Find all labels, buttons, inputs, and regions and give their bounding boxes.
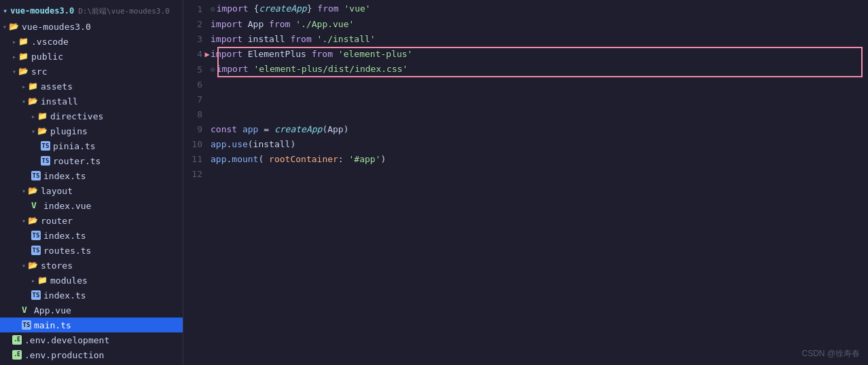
line-number: 6	[183, 77, 211, 92]
code-line-5: 5⊙import 'element-plus/dist/index.css'	[183, 62, 868, 77]
code-line-12: 12	[183, 167, 868, 182]
tree-item-assets[interactable]: ▸📁assets	[0, 79, 183, 94]
code-line-1: 1⊙import {createApp} from 'vue'	[183, 1, 868, 17]
line-content: import ElementPlus from 'element-plus'	[211, 47, 868, 62]
file-label: routes.ts	[43, 246, 91, 256]
tree-item-install-index-ts[interactable]: TSindex.ts	[0, 168, 183, 183]
tree-item-main-ts[interactable]: TSmain.ts	[0, 318, 183, 332]
folder-icon: 📂	[28, 96, 38, 106]
vue-file-icon: V	[31, 201, 41, 210]
tree-item-modules[interactable]: ▸📁modules	[0, 273, 183, 288]
tree-item-layout-index-vue[interactable]: Vindex.vue	[0, 198, 183, 213]
breakpoint-arrow: ▶	[202, 48, 212, 60]
chevron-icon: ▾	[31, 128, 35, 135]
tree-item-plugins[interactable]: ▾📂plugins	[0, 123, 183, 138]
line-content: app.use(install)	[211, 137, 868, 152]
chevron-icon: ▸	[12, 38, 16, 45]
file-label: .env.production	[24, 350, 104, 360]
file-label: index.ts	[43, 290, 86, 301]
code-line-10: 10app.use(install)	[183, 137, 868, 152]
tree-item-directives[interactable]: ▸📁directives	[0, 109, 183, 123]
file-explorer: ▾ vue-moudes3.0 D:\前端\vue-moudes3.0 ▾📂vu…	[0, 0, 183, 365]
chevron-icon: ▾	[3, 23, 7, 31]
file-label: install	[41, 96, 78, 107]
tree-item-vscode[interactable]: ▸📁.vscode	[0, 34, 183, 49]
tree-item-stores-index-ts[interactable]: TSindex.ts	[0, 288, 183, 303]
tree-item-router-index-ts[interactable]: TSindex.ts	[0, 228, 183, 243]
tree-item-env-dev[interactable]: .E.env.development	[0, 332, 183, 347]
folder-icon: 📁	[18, 52, 29, 61]
code-editor: 1⊙import {createApp} from 'vue'2import A…	[183, 0, 868, 365]
file-label: stores	[41, 261, 73, 271]
line-number: 1	[183, 2, 211, 17]
line-number: 8	[183, 107, 211, 122]
folder-icon: 📁	[18, 37, 29, 46]
line-number: 9	[183, 122, 211, 137]
env-file-icon: .E	[12, 335, 22, 345]
ts-file-icon: TS	[31, 231, 41, 240]
chevron-icon: ▾	[22, 217, 26, 225]
tree-item-layout[interactable]: ▾📂layout	[0, 183, 183, 198]
folder-icon: 📂	[37, 126, 48, 136]
collapse-icon[interactable]: ▾	[3, 6, 7, 16]
chevron-icon: ▸	[12, 53, 16, 60]
tree-item-proj-root[interactable]: ▾📂vue-moudes3.0	[0, 19, 183, 34]
folder-icon: 📂	[28, 186, 38, 195]
tree-item-install[interactable]: ▾📂install	[0, 94, 183, 109]
chevron-icon: ▾	[22, 98, 26, 105]
file-label: router.ts	[53, 156, 101, 166]
folder-icon: 📁	[37, 111, 48, 121]
tree-item-src[interactable]: ▾📂src	[0, 64, 183, 79]
line-content: import App from './App.vue'	[211, 17, 868, 32]
tree-item-router-ts[interactable]: TSrouter.ts	[0, 153, 183, 168]
chevron-icon: ▸	[31, 113, 35, 120]
code-line-3: 3import install from './install'	[183, 32, 868, 47]
file-tree: ▾📂vue-moudes3.0▸📁.vscode▸📁public▾📂src▸📁a…	[0, 19, 183, 365]
code-line-11: 11app.mount( rootContainer: '#app')	[183, 152, 868, 167]
ts-file-icon: TS	[41, 141, 50, 151]
code-line-4: 4▶import ElementPlus from 'element-plus'	[183, 47, 868, 62]
chevron-icon: ▾	[22, 262, 26, 269]
file-label: plugins	[50, 126, 88, 136]
tree-item-index-html[interactable]: HTMindex.html	[0, 362, 183, 365]
code-line-2: 2import App from './App.vue'	[183, 17, 868, 32]
tree-item-pinia-ts[interactable]: TSpinia.ts	[0, 138, 183, 153]
line-content: app.mount( rootContainer: '#app')	[211, 152, 868, 167]
file-label: App.vue	[34, 305, 71, 315]
line-number: 10	[183, 137, 211, 152]
file-label: src	[31, 66, 47, 77]
line-number: 7	[183, 92, 211, 107]
file-label: directives	[50, 111, 103, 121]
code-line-6: 6	[183, 77, 868, 92]
tree-item-app-vue[interactable]: VApp.vue	[0, 303, 183, 318]
line-number: 5	[183, 62, 211, 77]
code-line-8: 8	[183, 107, 868, 122]
project-path: D:\前端\vue-moudes3.0	[78, 6, 170, 16]
tree-item-env-prod[interactable]: .E.env.production	[0, 347, 183, 362]
tree-item-routes-ts[interactable]: TSroutes.ts	[0, 243, 183, 258]
file-label: .vscode	[31, 37, 69, 47]
file-label: index.ts	[43, 231, 86, 241]
ts-file-icon: TS	[41, 156, 50, 166]
tree-item-public[interactable]: ▸📁public	[0, 49, 183, 64]
file-label: layout	[41, 186, 73, 196]
project-name: vue-moudes3.0	[10, 6, 74, 16]
file-label: public	[31, 52, 63, 62]
project-header: ▾ vue-moudes3.0 D:\前端\vue-moudes3.0	[0, 3, 183, 19]
tree-item-router[interactable]: ▾📂router	[0, 213, 183, 228]
tree-item-stores[interactable]: ▾📂stores	[0, 258, 183, 273]
vue-file-icon: V	[22, 305, 31, 315]
file-label: assets	[41, 81, 73, 92]
file-label: .env.development	[24, 335, 109, 345]
chevron-icon: ▾	[12, 68, 16, 75]
code-line-7: 7	[183, 92, 868, 107]
folder-icon: 📁	[37, 275, 48, 285]
watermark: CSDN @徐寿春	[801, 348, 860, 360]
file-label: modules	[50, 275, 88, 286]
file-label: main.ts	[34, 320, 71, 330]
line-number: 2	[183, 17, 211, 32]
folder-icon: 📂	[28, 261, 38, 270]
folder-icon: 📂	[28, 216, 38, 225]
line-content: const app = createApp(App)	[211, 122, 868, 137]
line-content: ⊙import 'element-plus/dist/index.css'	[211, 62, 868, 77]
